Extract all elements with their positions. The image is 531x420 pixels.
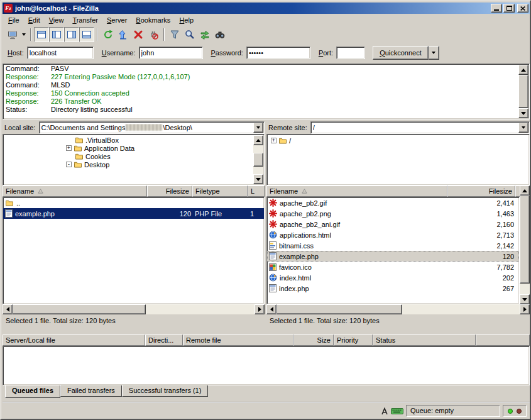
process-queue-button[interactable] [116, 27, 131, 42]
tree-item-root[interactable]: + / [267, 136, 529, 145]
tree-item-virtualbox[interactable]: .VirtualBox [3, 136, 264, 144]
chevron-down-icon [522, 126, 525, 129]
scrollbar-thumb[interactable] [276, 304, 402, 314]
file-row[interactable]: applications.html 2,713 [267, 229, 519, 240]
close-button[interactable] [517, 4, 528, 13]
scroll-right-button[interactable] [520, 304, 530, 314]
remote-list-hscrollbar[interactable] [266, 304, 530, 314]
tab-queued-files[interactable]: Queued files [5, 385, 60, 398]
tree-item-cookies[interactable]: Cookies [3, 152, 264, 160]
collapse-icon[interactable]: - [66, 162, 72, 167]
refresh-button[interactable] [101, 27, 116, 42]
remote-list-vscrollbar[interactable] [520, 185, 530, 304]
file-row-example-php[interactable]: example.php 120 [267, 251, 519, 262]
file-row[interactable]: index.php 267 [267, 283, 519, 294]
file-size: 2,142 [448, 242, 516, 250]
menu-edit[interactable]: Edit [24, 15, 45, 25]
process-queue-icon [118, 30, 128, 40]
expand-icon[interactable]: + [271, 138, 276, 143]
log-line: Response:150 Connection accepted [4, 89, 528, 97]
column-header-lastmodified[interactable]: L [248, 185, 265, 197]
tree-item-desktop[interactable]: - Desktop [3, 160, 264, 169]
queue-list[interactable] [3, 346, 530, 385]
scroll-left-button[interactable] [266, 304, 276, 314]
quickconnect-button[interactable]: Quickconnect [373, 46, 429, 60]
file-row[interactable]: apache_pb2_ani.gif 2,160 [267, 219, 519, 229]
scrollbar-thumb[interactable] [253, 153, 263, 167]
column-header-filename[interactable]: Filename [266, 185, 447, 197]
filter-button[interactable] [167, 27, 182, 42]
file-row-parent-dir[interactable]: .. [3, 197, 264, 208]
column-header-size[interactable]: Size [293, 334, 334, 346]
minimize-button[interactable] [491, 4, 502, 13]
username-input[interactable] [139, 47, 203, 59]
remote-site-combobox[interactable]: / [310, 121, 530, 134]
quickconnect-dropdown-button[interactable] [429, 46, 439, 60]
column-header-status[interactable]: Status [373, 334, 476, 346]
toggle-remote-tree-button[interactable] [64, 27, 79, 42]
ascii-data-type-icon[interactable] [381, 407, 388, 415]
scrollbar-thumb[interactable] [518, 75, 528, 108]
cancel-operation-button[interactable] [131, 27, 146, 42]
column-header-remote-file[interactable]: Remote file [183, 334, 293, 346]
scrollbar-thumb[interactable] [520, 196, 530, 284]
directory-comparison-button[interactable] [182, 27, 197, 42]
file-row[interactable]: apache_pb2.png 1,463 [267, 208, 519, 219]
local-tree-scrollbar[interactable] [253, 135, 263, 184]
toggle-local-tree-button[interactable] [49, 27, 64, 42]
scroll-up-button[interactable] [253, 135, 263, 145]
queue-tabs: Queued files Failed transfers Successful… [3, 385, 530, 399]
local-site-dropdown-button[interactable] [253, 123, 263, 133]
file-row[interactable]: index.html 202 [267, 272, 519, 283]
scroll-up-button[interactable] [520, 185, 530, 196]
column-header-direction[interactable]: Directi... [145, 334, 183, 346]
site-manager-dropdown-button[interactable] [20, 27, 28, 42]
keyboard-indicator-icon[interactable] [391, 408, 403, 414]
file-row[interactable]: apache_pb2.gif 2,414 [267, 197, 519, 208]
menu-file[interactable]: File [4, 15, 24, 25]
tree-item-application-data[interactable]: + Application Data [3, 144, 264, 152]
toggle-queue-button[interactable] [79, 27, 94, 42]
menu-bookmarks[interactable]: Bookmarks [131, 15, 175, 25]
column-header-filesize[interactable]: Filesize [147, 185, 192, 197]
menu-view[interactable]: View [45, 15, 68, 25]
scroll-down-button[interactable] [253, 174, 263, 184]
scroll-down-button[interactable] [520, 294, 530, 304]
scroll-right-button[interactable] [255, 304, 265, 314]
file-row[interactable]: bitnami.css 2,142 [267, 240, 519, 251]
scroll-left-button[interactable] [3, 304, 13, 314]
column-header-priority[interactable]: Priority [334, 334, 373, 346]
local-site-combobox[interactable]: C:\Documents and Settings\Desktop\ [39, 121, 265, 134]
file-row[interactable]: favicon.ico 7,782 [267, 262, 519, 272]
host-input[interactable] [27, 47, 94, 59]
menu-transfer[interactable]: Transfer [68, 15, 102, 25]
scroll-up-button[interactable] [518, 65, 528, 75]
log-line: Command:MLSD [4, 81, 528, 89]
column-header-filename[interactable]: Filename [3, 185, 147, 197]
toggle-message-log-button[interactable] [34, 27, 49, 42]
file-row-example-php[interactable]: example.php 120 PHP File 1 [3, 208, 264, 219]
column-header-filetype[interactable]: Filetype [192, 185, 248, 197]
scrollbar-thumb[interactable] [13, 304, 146, 314]
expand-icon[interactable]: + [66, 145, 72, 151]
column-header-server-local-file[interactable]: Server/Local file [3, 334, 145, 346]
disconnect-button[interactable] [146, 27, 161, 42]
synchronized-browsing-button[interactable] [197, 27, 212, 42]
filezilla-logo-icon[interactable]: Fz [4, 4, 13, 13]
file-size: 2,713 [448, 231, 516, 239]
column-header-filesize[interactable]: Filesize [447, 185, 515, 197]
menu-help[interactable]: Help [175, 15, 198, 25]
remote-site-dropdown-button[interactable] [518, 123, 528, 133]
site-manager-button[interactable] [5, 27, 20, 42]
local-list-hscrollbar[interactable] [3, 304, 265, 314]
menu-server[interactable]: Server [102, 15, 131, 25]
log-scrollbar[interactable] [518, 65, 528, 118]
tab-successful-transfers[interactable]: Successful transfers (1) [122, 385, 209, 397]
find-files-button[interactable] [212, 27, 227, 42]
tab-failed-transfers[interactable]: Failed transfers [60, 385, 122, 397]
password-input[interactable] [246, 47, 310, 59]
sort-ascending-icon [38, 189, 43, 194]
port-input[interactable] [336, 47, 365, 59]
scroll-down-button[interactable] [518, 108, 528, 118]
maximize-button[interactable] [503, 4, 515, 13]
